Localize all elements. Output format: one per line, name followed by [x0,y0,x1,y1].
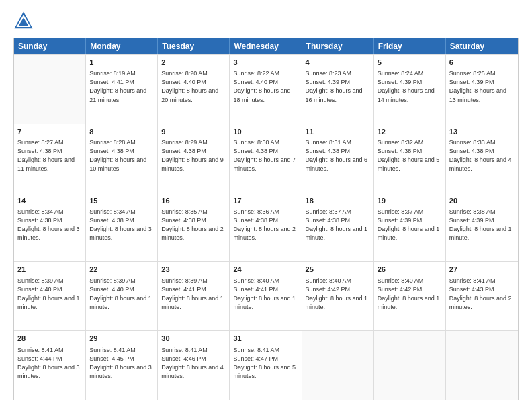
calendar-cell: 18Sunrise: 8:37 AMSunset: 4:38 PMDayligh… [302,193,374,262]
day-number: 6 [449,58,515,68]
calendar-row-0: 1Sunrise: 8:19 AMSunset: 4:41 PMDaylight… [14,54,518,124]
sun-info: Sunrise: 8:19 AMSunset: 4:41 PMDaylight:… [89,69,154,104]
sun-info: Sunrise: 8:24 AMSunset: 4:39 PMDaylight:… [378,69,442,104]
calendar-cell: 30Sunrise: 8:41 AMSunset: 4:46 PMDayligh… [158,331,230,400]
day-number: 25 [306,265,370,275]
sun-info: Sunrise: 8:23 AMSunset: 4:39 PMDaylight:… [306,69,370,104]
sun-info: Sunrise: 8:22 AMSunset: 4:40 PMDaylight:… [233,69,298,104]
sun-info: Sunrise: 8:28 AMSunset: 4:38 PMDaylight:… [89,138,154,173]
calendar-cell: 22Sunrise: 8:39 AMSunset: 4:40 PMDayligh… [86,262,158,330]
day-number: 5 [378,58,442,68]
day-number: 23 [161,265,226,275]
day-number: 16 [161,196,226,206]
calendar-cell: 26Sunrise: 8:40 AMSunset: 4:42 PMDayligh… [374,262,446,330]
sun-info: Sunrise: 8:33 AMSunset: 4:38 PMDaylight:… [449,138,515,173]
calendar-row-1: 7Sunrise: 8:27 AMSunset: 4:38 PMDaylight… [14,124,518,193]
day-number: 31 [233,334,298,344]
sun-info: Sunrise: 8:41 AMSunset: 4:45 PMDaylight:… [89,346,154,381]
calendar-cell: 1Sunrise: 8:19 AMSunset: 4:41 PMDaylight… [86,55,158,124]
header-day-thursday: Thursday [302,38,374,54]
day-number: 18 [306,196,370,206]
calendar-cell: 9Sunrise: 8:29 AMSunset: 4:38 PMDaylight… [158,124,230,193]
day-number: 27 [449,265,515,275]
calendar-cell [374,331,446,400]
calendar-cell: 4Sunrise: 8:23 AMSunset: 4:39 PMDaylight… [302,55,374,124]
calendar-cell [302,331,374,400]
calendar-cell: 2Sunrise: 8:20 AMSunset: 4:40 PMDaylight… [158,55,230,124]
day-number: 30 [161,334,226,344]
day-number: 24 [233,265,298,275]
day-number: 7 [17,127,82,137]
calendar-cell: 10Sunrise: 8:30 AMSunset: 4:38 PMDayligh… [230,124,302,193]
sun-info: Sunrise: 8:31 AMSunset: 4:38 PMDaylight:… [306,138,370,173]
day-number: 21 [17,265,82,275]
header-day-monday: Monday [86,38,158,54]
calendar-cell: 29Sunrise: 8:41 AMSunset: 4:45 PMDayligh… [86,331,158,400]
header-day-tuesday: Tuesday [158,38,230,54]
day-number: 12 [378,127,442,137]
sun-info: Sunrise: 8:38 AMSunset: 4:39 PMDaylight:… [449,208,515,242]
sun-info: Sunrise: 8:30 AMSunset: 4:38 PMDaylight:… [233,138,298,173]
calendar-cell: 27Sunrise: 8:41 AMSunset: 4:43 PMDayligh… [446,262,518,330]
calendar-header: SundayMondayTuesdayWednesdayThursdayFrid… [14,38,518,54]
day-number: 11 [306,127,370,137]
calendar-cell: 5Sunrise: 8:24 AMSunset: 4:39 PMDaylight… [374,55,446,124]
calendar-cell: 15Sunrise: 8:34 AMSunset: 4:38 PMDayligh… [86,193,158,262]
calendar-cell: 28Sunrise: 8:41 AMSunset: 4:44 PMDayligh… [14,331,86,400]
day-number: 14 [17,196,82,206]
sun-info: Sunrise: 8:41 AMSunset: 4:46 PMDaylight:… [161,346,226,381]
calendar-cell [446,331,518,400]
calendar-cell: 23Sunrise: 8:39 AMSunset: 4:41 PMDayligh… [158,262,230,330]
sun-info: Sunrise: 8:32 AMSunset: 4:38 PMDaylight:… [378,138,442,173]
header-day-saturday: Saturday [446,38,518,54]
day-number: 1 [89,58,154,68]
sun-info: Sunrise: 8:20 AMSunset: 4:40 PMDaylight:… [161,69,226,104]
calendar-cell: 21Sunrise: 8:39 AMSunset: 4:40 PMDayligh… [14,262,86,330]
header [13,11,519,31]
sun-info: Sunrise: 8:41 AMSunset: 4:43 PMDaylight:… [449,277,515,312]
logo [13,11,36,31]
calendar-row-3: 21Sunrise: 8:39 AMSunset: 4:40 PMDayligh… [14,261,518,330]
sun-info: Sunrise: 8:34 AMSunset: 4:38 PMDaylight:… [17,208,82,242]
calendar-cell: 6Sunrise: 8:25 AMSunset: 4:39 PMDaylight… [446,55,518,124]
sun-info: Sunrise: 8:41 AMSunset: 4:47 PMDaylight:… [233,346,298,381]
sun-info: Sunrise: 8:35 AMSunset: 4:38 PMDaylight:… [161,208,226,242]
day-number: 19 [378,196,442,206]
day-number: 13 [449,127,515,137]
header-day-wednesday: Wednesday [230,38,302,54]
sun-info: Sunrise: 8:40 AMSunset: 4:41 PMDaylight:… [233,277,298,312]
sun-info: Sunrise: 8:29 AMSunset: 4:38 PMDaylight:… [161,138,226,173]
calendar-cell: 17Sunrise: 8:36 AMSunset: 4:38 PMDayligh… [230,193,302,262]
sun-info: Sunrise: 8:37 AMSunset: 4:39 PMDaylight:… [378,208,442,242]
sun-info: Sunrise: 8:39 AMSunset: 4:40 PMDaylight:… [89,277,154,312]
day-number: 4 [306,58,370,68]
calendar-row-2: 14Sunrise: 8:34 AMSunset: 4:38 PMDayligh… [14,193,518,262]
day-number: 15 [89,196,154,206]
calendar-row-4: 28Sunrise: 8:41 AMSunset: 4:44 PMDayligh… [14,330,518,400]
sun-info: Sunrise: 8:41 AMSunset: 4:44 PMDaylight:… [17,346,82,381]
sun-info: Sunrise: 8:40 AMSunset: 4:42 PMDaylight:… [378,277,442,312]
calendar-cell: 24Sunrise: 8:40 AMSunset: 4:41 PMDayligh… [230,262,302,330]
day-number: 26 [378,265,442,275]
calendar-cell: 8Sunrise: 8:28 AMSunset: 4:38 PMDaylight… [86,124,158,193]
sun-info: Sunrise: 8:25 AMSunset: 4:39 PMDaylight:… [449,69,515,104]
calendar-cell: 7Sunrise: 8:27 AMSunset: 4:38 PMDaylight… [14,124,86,193]
calendar-cell: 3Sunrise: 8:22 AMSunset: 4:40 PMDaylight… [230,55,302,124]
day-number: 10 [233,127,298,137]
sun-info: Sunrise: 8:34 AMSunset: 4:38 PMDaylight:… [89,208,154,242]
header-day-sunday: Sunday [14,38,86,54]
calendar-cell: 16Sunrise: 8:35 AMSunset: 4:38 PMDayligh… [158,193,230,262]
sun-info: Sunrise: 8:36 AMSunset: 4:38 PMDaylight:… [233,208,298,242]
calendar-cell: 12Sunrise: 8:32 AMSunset: 4:38 PMDayligh… [374,124,446,193]
calendar-cell: 31Sunrise: 8:41 AMSunset: 4:47 PMDayligh… [230,331,302,400]
day-number: 20 [449,196,515,206]
day-number: 3 [233,58,298,68]
sun-info: Sunrise: 8:40 AMSunset: 4:42 PMDaylight:… [306,277,370,312]
page: SundayMondayTuesdayWednesdayThursdayFrid… [0,0,532,411]
calendar-cell: 19Sunrise: 8:37 AMSunset: 4:39 PMDayligh… [374,193,446,262]
sun-info: Sunrise: 8:37 AMSunset: 4:38 PMDaylight:… [306,208,370,242]
sun-info: Sunrise: 8:39 AMSunset: 4:41 PMDaylight:… [161,277,226,312]
calendar-body: 1Sunrise: 8:19 AMSunset: 4:41 PMDaylight… [14,54,518,400]
calendar-cell: 14Sunrise: 8:34 AMSunset: 4:38 PMDayligh… [14,193,86,262]
calendar-cell: 13Sunrise: 8:33 AMSunset: 4:38 PMDayligh… [446,124,518,193]
